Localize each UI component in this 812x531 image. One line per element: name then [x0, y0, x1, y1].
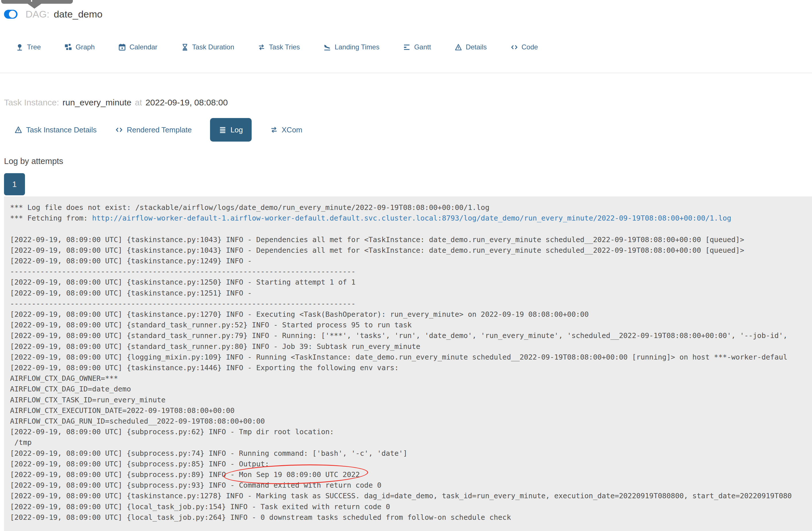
tab-tree[interactable]: Tree: [16, 43, 41, 51]
dag-label: DAG:: [26, 9, 49, 20]
tab-label: Task Tries: [269, 43, 300, 51]
list-icon: [219, 126, 227, 134]
log-line: [2022-09-19, 08:09:00 UTC] {subprocess.p…: [10, 427, 812, 437]
tab-label: Rendered Template: [127, 126, 192, 135]
log-fetch-url-link[interactable]: http://airflow-worker-default-1.airflow-…: [92, 214, 731, 222]
log-line: AIRFLOW_CTX_TASK_ID=run_every_minute: [10, 395, 812, 405]
log-output: *** Log file does not exist: /stackable/…: [4, 196, 812, 531]
task-instance-label: Task Instance:: [4, 98, 59, 108]
tab-log[interactable]: Log: [210, 118, 251, 142]
log-line: [2022-09-19, 08:09:00 UTC] {local_task_j…: [10, 501, 812, 512]
hourglass-icon: [181, 43, 189, 51]
log-line: *** Log file does not exist: /stackable/…: [10, 202, 812, 213]
at-label: at: [135, 98, 142, 108]
log-line: [2022-09-19, 08:09:00 UTC] {taskinstance…: [10, 309, 812, 320]
tab-gantt[interactable]: Gantt: [403, 43, 431, 51]
tab-xcom[interactable]: XCom: [270, 126, 302, 135]
tab-label: Task Instance Details: [26, 126, 97, 135]
run-datetime: 2022-09-19, 08:08:00: [145, 98, 228, 108]
tab-label: XCom: [282, 126, 302, 135]
tab-rendered-template[interactable]: Rendered Template: [115, 126, 192, 135]
dag-title-row: DAG: date_demo: [4, 9, 102, 20]
tab-label: Tree: [27, 43, 41, 51]
tab-task-instance-details[interactable]: Task Instance Details: [14, 126, 97, 135]
log-line: AIRFLOW_CTX_DAG_RUN_ID=scheduled__2022-0…: [10, 416, 812, 427]
log-line: [2022-09-19, 08:09:00 UTC] {subprocess.p…: [10, 480, 812, 490]
log-line: [2022-09-19, 08:09:00 UTC] {taskinstance…: [10, 288, 812, 298]
task-instance-tabs: Task Instance Details Rendered Template …: [14, 117, 302, 143]
tab-code[interactable]: Code: [510, 43, 538, 51]
tree-icon: [16, 43, 24, 51]
tab-calendar[interactable]: Calendar: [118, 43, 157, 51]
log-line: [2022-09-19, 08:09:00 UTC] {standard_tas…: [10, 330, 812, 341]
warning-triangle-icon: [454, 43, 462, 51]
circled-date-output: - Mon Sep 19 08:09:00 UTC 2022: [230, 469, 360, 480]
tab-label: Graph: [75, 43, 95, 51]
dag-view-tabs: Tree Graph Calendar Task Duration Task T…: [16, 43, 538, 51]
exchange-icon: [270, 126, 278, 134]
log-line-prefix: *** Fetching from:: [10, 214, 92, 222]
log-line-prefix: [2022-09-19, 08:09:00 UTC] {subprocess.p…: [10, 471, 230, 479]
log-line: [2022-09-19, 08:09:00 UTC] {taskinstance…: [10, 277, 812, 288]
tab-label: Details: [466, 43, 487, 51]
log-line: [2022-09-19, 08:09:00 UTC] {taskinstance…: [10, 234, 812, 245]
repeat-icon: [258, 43, 265, 51]
attempt-1-button[interactable]: 1: [4, 173, 25, 195]
warning-triangle-icon: [14, 126, 23, 134]
tab-label: Task Duration: [192, 43, 234, 51]
tab-label: Landing Times: [335, 43, 379, 51]
tab-label: Code: [522, 43, 538, 51]
page-title: DAG: date_demo: [26, 9, 102, 20]
code-icon: [115, 126, 123, 134]
log-line: [2022-09-19, 08:09:00 UTC] {logging_mixi…: [10, 352, 812, 362]
log-line: *** Fetching from: http://airflow-worker…: [10, 213, 812, 223]
log-by-attempts-heading: Log by attempts: [4, 156, 63, 166]
plane-landing-icon: [323, 43, 331, 51]
task-id: run_every_minute: [62, 98, 131, 108]
tab-details[interactable]: Details: [454, 43, 487, 51]
tooltip-caret: [28, 4, 41, 9]
tab-graph[interactable]: Graph: [64, 43, 95, 51]
tab-label: Gantt: [414, 43, 431, 51]
log-line: AIRFLOW_CTX_EXECUTION_DATE=2022-09-19T08…: [10, 405, 812, 416]
log-line: ----------------------------------------…: [10, 266, 812, 277]
nav-separator: [0, 73, 812, 73]
log-line: [2022-09-19, 08:09:00 UTC] {taskinstance…: [10, 490, 812, 501]
gantt-icon: [403, 43, 410, 51]
clipped-tooltip: [1, 0, 73, 4]
log-line: [2022-09-19, 08:09:00 UTC] {local_task_j…: [10, 512, 812, 523]
tab-landing-times[interactable]: Landing Times: [323, 43, 379, 51]
tab-label: Calendar: [129, 43, 157, 51]
log-line: [2022-09-19, 08:09:00 UTC] {standard_tas…: [10, 341, 812, 352]
toggle-knob: [9, 11, 16, 18]
tab-task-tries[interactable]: Task Tries: [258, 43, 300, 51]
log-line: AIRFLOW_CTX_DAG_ID=date_demo: [10, 384, 812, 394]
log-line: [2022-09-19, 08:09:00 UTC] {subprocess.p…: [10, 459, 812, 469]
task-instance-heading: Task Instance: run_every_minute at 2022-…: [4, 98, 228, 108]
log-line: /tmp: [10, 437, 812, 448]
tooltip-text-fragment: [31, 0, 32, 2]
dag-pause-toggle[interactable]: [4, 10, 17, 19]
log-line: [2022-09-19, 08:09:00 UTC] {taskinstance…: [10, 255, 812, 266]
tab-label: Log: [230, 126, 243, 135]
dag-name: date_demo: [54, 9, 102, 20]
log-line: [2022-09-19, 08:09:00 UTC] {subprocess.p…: [10, 448, 812, 459]
graph-icon: [64, 43, 72, 51]
code-icon: [510, 43, 518, 51]
log-line: [2022-09-19, 08:09:00 UTC] {taskinstance…: [10, 362, 812, 373]
log-line: [2022-09-19, 08:09:00 UTC] {standard_tas…: [10, 320, 812, 330]
log-line: AIRFLOW_CTX_DAG_OWNER=***: [10, 373, 812, 384]
tab-task-duration[interactable]: Task Duration: [181, 43, 234, 51]
log-line: [2022-09-19, 08:09:00 UTC] {taskinstance…: [10, 245, 812, 255]
log-line: [2022-09-19, 08:09:00 UTC] {subprocess.p…: [10, 469, 812, 480]
log-line: [10, 223, 812, 234]
log-line: ----------------------------------------…: [10, 298, 812, 309]
calendar-icon: [118, 43, 126, 51]
